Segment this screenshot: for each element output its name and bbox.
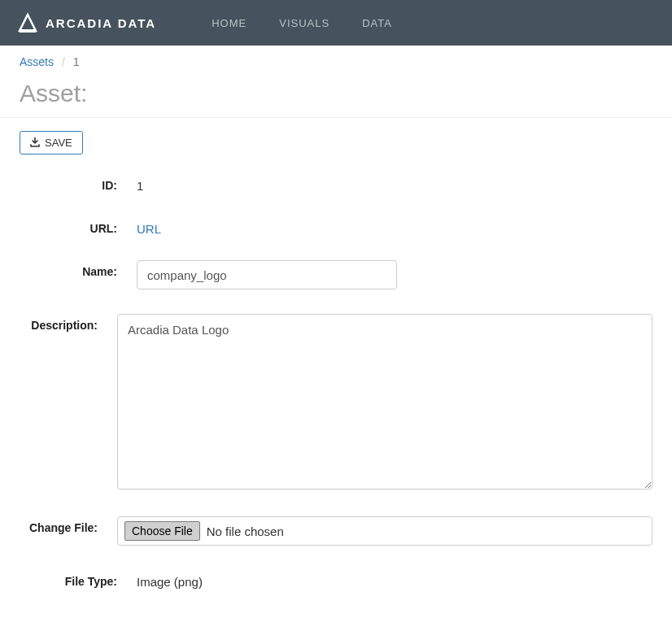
- row-id: ID: 1: [20, 174, 652, 193]
- row-url: URL: URL: [20, 217, 652, 236]
- label-change-file: Change File:: [20, 516, 98, 534]
- value-id: 1: [137, 174, 652, 193]
- page-title-wrap: Asset:: [0, 75, 672, 118]
- description-input[interactable]: [117, 314, 652, 490]
- download-icon: [30, 137, 40, 149]
- row-size: Size: 23660: [20, 613, 652, 618]
- nav-home[interactable]: HOME: [205, 12, 253, 34]
- breadcrumb-root[interactable]: Assets: [20, 55, 54, 68]
- asset-form: ID: 1 URL: URL Name: Description: Change…: [20, 174, 652, 618]
- navbar: ARCADIA DATA HOME VISUALS DATA: [0, 0, 672, 46]
- nav-visuals[interactable]: VISUALS: [273, 12, 336, 34]
- url-link[interactable]: URL: [137, 222, 161, 236]
- name-input[interactable]: [137, 260, 397, 289]
- breadcrumb: Assets / 1: [0, 46, 672, 75]
- label-name: Name:: [20, 260, 117, 278]
- label-description: Description:: [20, 314, 98, 332]
- nav-data[interactable]: DATA: [356, 12, 399, 34]
- save-label: SAVE: [45, 137, 72, 149]
- row-change-file: Change File: Choose File No file chosen: [20, 516, 652, 546]
- brand-text: ARCADIA DATA: [46, 16, 156, 30]
- value-size: 23660: [137, 613, 652, 618]
- brand-logo-icon: [16, 11, 39, 34]
- breadcrumb-sep: /: [62, 55, 65, 68]
- label-size: Size:: [20, 613, 117, 618]
- row-description: Description:: [20, 314, 652, 492]
- breadcrumb-current: 1: [73, 55, 80, 68]
- save-button[interactable]: SAVE: [20, 131, 83, 154]
- brand[interactable]: ARCADIA DATA: [16, 11, 156, 34]
- label-file-type: File Type:: [20, 570, 117, 588]
- nav-links: HOME VISUALS DATA: [205, 12, 399, 34]
- choose-file-button[interactable]: Choose File: [124, 521, 200, 541]
- content: SAVE ID: 1 URL: URL Name: Description:: [0, 118, 672, 618]
- value-file-type: Image (png): [137, 570, 652, 589]
- file-status: No file chosen: [207, 524, 284, 538]
- page-title: Asset:: [20, 80, 652, 107]
- label-url: URL:: [20, 217, 117, 235]
- file-input-wrap[interactable]: Choose File No file chosen: [117, 516, 652, 546]
- row-name: Name:: [20, 260, 652, 289]
- label-id: ID:: [20, 174, 117, 192]
- row-file-type: File Type: Image (png): [20, 570, 652, 589]
